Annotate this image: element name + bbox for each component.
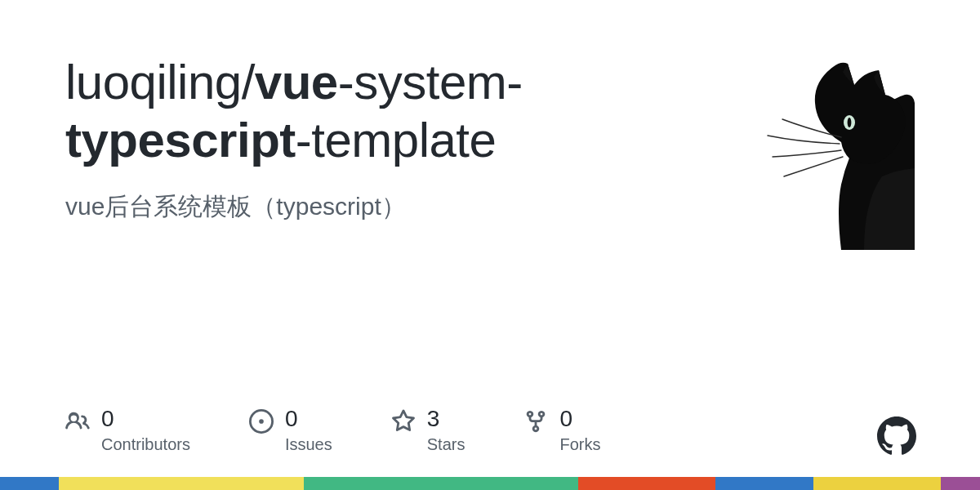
svg-point-1	[848, 118, 852, 127]
slash: /	[242, 55, 255, 109]
language-segment	[941, 477, 980, 490]
stat-contributors: 0 Contributors	[65, 408, 190, 454]
issues-label: Issues	[285, 435, 332, 454]
language-segment	[813, 477, 941, 490]
language-segment	[304, 477, 578, 490]
issue-opened-icon	[249, 409, 274, 434]
repo-owner: luoqiling	[65, 55, 242, 109]
repo-description: vue后台系统模板（typescript）	[65, 189, 686, 224]
language-segment	[578, 477, 715, 490]
language-usage-bar	[0, 477, 980, 490]
repo-social-card: luoqiling/vue-system-typescript-template…	[0, 0, 980, 490]
contributors-count: 0	[101, 408, 190, 430]
header-row: luoqiling/vue-system-typescript-template…	[65, 54, 915, 250]
forks-count: 0	[559, 408, 600, 430]
github-mark-icon	[877, 416, 916, 456]
stat-issues: 0 Issues	[249, 408, 332, 454]
stat-text: 0 Contributors	[101, 408, 190, 454]
stat-text: 0 Issues	[285, 408, 332, 454]
owner-avatar	[719, 54, 915, 250]
stars-count: 3	[427, 408, 466, 430]
title-block: luoqiling/vue-system-typescript-template…	[65, 54, 686, 224]
people-icon	[65, 409, 90, 434]
stats-row: 0 Contributors 0 Issues 3 Stars	[65, 408, 600, 454]
language-segment	[0, 477, 59, 490]
issues-count: 0	[285, 408, 332, 430]
forks-label: Forks	[559, 435, 600, 454]
repo-forked-icon	[523, 409, 548, 434]
contributors-label: Contributors	[101, 435, 190, 454]
repo-title: luoqiling/vue-system-typescript-template	[65, 54, 686, 170]
language-segment	[715, 477, 813, 490]
stars-label: Stars	[427, 435, 466, 454]
stat-text: 0 Forks	[559, 408, 600, 454]
stat-forks: 0 Forks	[523, 408, 600, 454]
stat-text: 3 Stars	[427, 408, 466, 454]
star-icon	[391, 409, 416, 434]
language-segment	[59, 477, 304, 490]
stat-stars: 3 Stars	[391, 408, 466, 454]
